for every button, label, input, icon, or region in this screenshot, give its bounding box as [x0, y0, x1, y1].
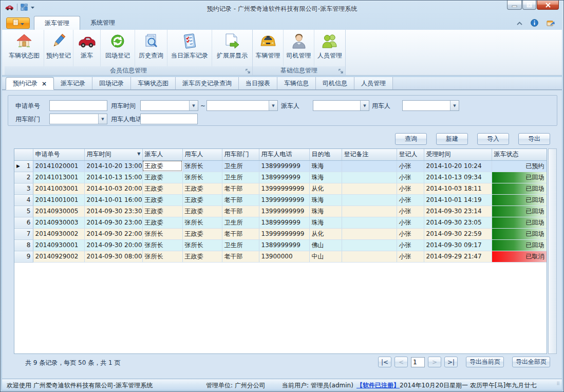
table-row[interactable]: 8201409300012014-09-30 20:00张所长张所长卫生所138…: [14, 239, 547, 251]
table-cell[interactable]: 王政委: [142, 206, 182, 217]
ribbon-tab[interactable]: 系统管理: [80, 16, 125, 30]
column-header[interactable]: 用车人: [182, 149, 222, 160]
table-cell[interactable]: 2014-09-30 09:17: [424, 239, 492, 251]
table-cell[interactable]: 1389999999: [259, 217, 309, 228]
table-cell[interactable]: 小张: [397, 217, 424, 228]
table-cell[interactable]: 20140930001: [33, 239, 84, 251]
info-icon[interactable]: [531, 19, 538, 28]
status-cell[interactable]: 已预约: [492, 160, 547, 172]
collapse-ribbon-icon[interactable]: [516, 20, 523, 27]
license-link[interactable]: 【软件已注册】: [356, 381, 400, 390]
column-filter-icon[interactable]: ▼: [137, 152, 140, 156]
table-cell[interactable]: 张所长: [182, 217, 222, 228]
table-cell[interactable]: [342, 206, 397, 217]
ribbon-button[interactable]: 历史查询: [135, 30, 167, 66]
table-cell[interactable]: [342, 172, 397, 183]
status-cell[interactable]: 已回场: [492, 228, 547, 239]
table-cell[interactable]: 王政委: [142, 194, 182, 206]
table-cell[interactable]: 老干部: [222, 228, 259, 239]
table-row[interactable]: ▶1201410200012014-10-20 13:00王政委张所长卫生所13…: [14, 160, 547, 172]
query-button[interactable]: 查询: [395, 133, 427, 145]
column-header[interactable]: 用车人电话: [259, 149, 309, 160]
table-cell[interactable]: 王政委: [142, 160, 182, 172]
table-cell[interactable]: 1389999999: [259, 239, 309, 251]
dialog-launcher-icon[interactable]: [339, 68, 344, 77]
table-cell[interactable]: 13900000: [259, 251, 309, 262]
table-cell[interactable]: 王政委: [182, 228, 222, 239]
table-cell[interactable]: 1389999999: [259, 172, 309, 183]
tab-close-icon[interactable]: ×: [42, 80, 47, 87]
table-cell[interactable]: 2014-09-30 23:05: [424, 217, 492, 228]
table-cell[interactable]: 珠海: [309, 160, 342, 172]
table-row[interactable]: 4201410010012014-10-01 16:00王政委王政委老干部139…: [14, 194, 547, 206]
table-cell[interactable]: 13999999999: [259, 228, 309, 239]
status-cell[interactable]: 已回场: [492, 194, 547, 206]
table-cell[interactable]: 王政委: [182, 194, 222, 206]
table-cell[interactable]: 老干部: [222, 251, 259, 262]
table-cell[interactable]: 小张: [397, 194, 424, 206]
doc-tab[interactable]: 车辆信息: [277, 77, 316, 89]
table-cell[interactable]: 2014-09-30 22:59: [424, 228, 492, 239]
row-selector-cell[interactable]: 2: [14, 172, 33, 183]
table-cell[interactable]: 小张: [397, 251, 424, 262]
next-page-button[interactable]: >: [428, 357, 441, 367]
table-cell[interactable]: 张所长: [182, 160, 222, 172]
column-header[interactable]: 目的地: [309, 149, 342, 160]
doc-tab[interactable]: 预约记录×: [6, 77, 54, 90]
status-cell[interactable]: 已回场: [492, 206, 547, 217]
table-cell[interactable]: 20140929002: [33, 251, 84, 262]
column-header[interactable]: 受理时间: [424, 149, 492, 160]
ribbon-tab[interactable]: 派车管理: [34, 16, 80, 30]
table-cell[interactable]: [342, 194, 397, 206]
chevron-down-icon[interactable]: ▼: [450, 101, 459, 110]
dialog-launcher-icon[interactable]: [246, 68, 251, 77]
doc-tab[interactable]: 当日报表: [239, 77, 277, 89]
chevron-down-icon[interactable]: ▼: [360, 101, 369, 110]
doc-tab[interactable]: 车辆状态图: [131, 77, 176, 89]
table-cell[interactable]: 2014-09-30 08:00: [84, 251, 142, 262]
table-cell[interactable]: 珠海: [309, 194, 342, 206]
table-cell[interactable]: 2014-09-30 23:00: [84, 217, 142, 228]
close-button[interactable]: [537, 1, 559, 10]
row-selector-cell[interactable]: 8: [14, 239, 33, 251]
table-cell[interactable]: 卫生所: [222, 172, 259, 183]
title-bar[interactable]: 预约记录 - 广州爱奇迪软件科技有限公司-派车管理系统: [1, 1, 563, 16]
table-cell[interactable]: 卫生所: [222, 239, 259, 251]
table-cell[interactable]: 20141003001: [33, 183, 84, 194]
vertical-scrollbar[interactable]: [548, 148, 557, 354]
table-row[interactable]: 5201409300052014-09-30 23:30王政委王政委老干部139…: [14, 206, 547, 217]
table-cell[interactable]: 2014-10-13 15:00: [84, 172, 142, 183]
table-cell[interactable]: 2014-09-30 23:14: [424, 206, 492, 217]
column-header[interactable]: 派车状态: [492, 149, 547, 160]
table-cell[interactable]: 20141020001: [33, 160, 84, 172]
restore-button[interactable]: [522, 1, 536, 10]
table-row[interactable]: 6201409300032014-09-30 23:00王政委张所长卫生所138…: [14, 217, 547, 228]
table-cell[interactable]: 小张: [397, 183, 424, 194]
column-header[interactable]: 登记备注: [342, 149, 397, 160]
table-cell[interactable]: 卫生所: [222, 160, 259, 172]
ribbon-button[interactable]: 回场登记: [101, 30, 135, 66]
table-cell[interactable]: 王政委: [142, 172, 182, 183]
table-cell[interactable]: 2014-09-30 23:30: [84, 206, 142, 217]
table-cell[interactable]: 小张: [397, 206, 424, 217]
table-cell[interactable]: 张所长: [142, 228, 182, 239]
table-cell[interactable]: 张所长: [182, 239, 222, 251]
table-cell[interactable]: 13999999999: [259, 194, 309, 206]
table-cell[interactable]: 王政委: [182, 183, 222, 194]
import-button[interactable]: 导入: [477, 133, 509, 145]
table-cell[interactable]: [342, 239, 397, 251]
table-cell[interactable]: 王政委: [142, 217, 182, 228]
doc-tab[interactable]: 人员管理: [354, 77, 393, 89]
table-cell[interactable]: 佛山: [309, 239, 342, 251]
ribbon-button[interactable]: 扩展屏显示: [212, 30, 252, 66]
table-cell[interactable]: 1389999999: [259, 160, 309, 172]
ribbon-button[interactable]: 预约登记: [44, 30, 73, 66]
table-row[interactable]: 3201410030012014-10-03 20:00王政委王政委老干部139…: [14, 183, 547, 194]
column-header[interactable]: 派车人: [142, 149, 182, 160]
row-selector-cell[interactable]: 5: [14, 206, 33, 217]
table-cell[interactable]: 珠海: [309, 172, 342, 183]
dispatcher-combo[interactable]: ▼: [313, 100, 369, 111]
table-cell[interactable]: 20140930002: [33, 228, 84, 239]
doc-tab[interactable]: 司机信息: [316, 77, 354, 89]
table-cell[interactable]: 珠海: [309, 217, 342, 228]
